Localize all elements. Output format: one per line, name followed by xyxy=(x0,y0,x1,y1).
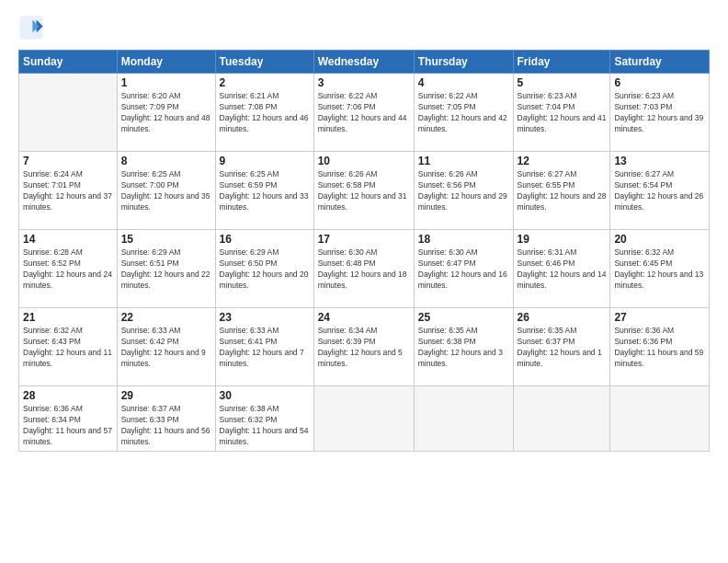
day-number: 21 xyxy=(23,311,113,324)
calendar-cell: 6Sunrise: 6:23 AMSunset: 7:03 PMDaylight… xyxy=(610,74,710,152)
calendar-week-3: 14Sunrise: 6:28 AMSunset: 6:52 PMDayligh… xyxy=(19,230,710,308)
day-info: Sunrise: 6:30 AMSunset: 6:48 PMDaylight:… xyxy=(318,247,410,292)
day-info: Sunrise: 6:22 AMSunset: 7:06 PMDaylight:… xyxy=(318,91,410,135)
day-number: 6 xyxy=(614,76,705,89)
weekday-friday: Friday xyxy=(513,51,610,74)
calendar-cell: 21Sunrise: 6:32 AMSunset: 6:43 PMDayligh… xyxy=(19,308,118,386)
calendar-cell xyxy=(414,386,513,452)
day-info: Sunrise: 6:27 AMSunset: 6:55 PMDaylight:… xyxy=(518,169,607,213)
calendar-cell xyxy=(610,386,710,452)
day-info: Sunrise: 6:33 AMSunset: 6:41 PMDaylight:… xyxy=(220,326,310,370)
header xyxy=(18,15,710,40)
day-number: 16 xyxy=(220,233,310,246)
calendar-cell: 10Sunrise: 6:26 AMSunset: 6:58 PMDayligh… xyxy=(313,152,414,230)
day-number: 3 xyxy=(318,76,410,89)
day-number: 2 xyxy=(220,76,310,89)
calendar-cell: 30Sunrise: 6:38 AMSunset: 6:32 PMDayligh… xyxy=(215,386,313,452)
day-number: 30 xyxy=(220,389,310,402)
calendar-cell: 14Sunrise: 6:28 AMSunset: 6:52 PMDayligh… xyxy=(19,230,118,308)
calendar-body: 1Sunrise: 6:20 AMSunset: 7:09 PMDaylight… xyxy=(19,74,710,452)
calendar-cell: 28Sunrise: 6:36 AMSunset: 6:34 PMDayligh… xyxy=(19,386,118,452)
day-number: 12 xyxy=(518,155,607,167)
day-info: Sunrise: 6:32 AMSunset: 6:43 PMDaylight:… xyxy=(23,326,113,370)
calendar-cell: 2Sunrise: 6:21 AMSunset: 7:08 PMDaylight… xyxy=(215,74,313,152)
day-info: Sunrise: 6:32 AMSunset: 6:45 PMDaylight:… xyxy=(614,247,705,292)
day-number: 23 xyxy=(220,311,310,324)
day-info: Sunrise: 6:24 AMSunset: 7:01 PMDaylight:… xyxy=(23,169,113,213)
calendar-cell: 12Sunrise: 6:27 AMSunset: 6:55 PMDayligh… xyxy=(513,152,610,230)
calendar-cell: 29Sunrise: 6:37 AMSunset: 6:33 PMDayligh… xyxy=(117,386,215,452)
calendar-cell: 17Sunrise: 6:30 AMSunset: 6:48 PMDayligh… xyxy=(313,230,414,308)
day-info: Sunrise: 6:28 AMSunset: 6:52 PMDaylight:… xyxy=(23,247,113,292)
calendar-cell xyxy=(313,386,414,452)
day-info: Sunrise: 6:37 AMSunset: 6:33 PMDaylight:… xyxy=(121,404,211,448)
day-info: Sunrise: 6:26 AMSunset: 6:56 PMDaylight:… xyxy=(418,169,509,213)
calendar-cell xyxy=(19,74,118,152)
day-info: Sunrise: 6:29 AMSunset: 6:50 PMDaylight:… xyxy=(220,247,310,292)
day-info: Sunrise: 6:23 AMSunset: 7:03 PMDaylight:… xyxy=(614,91,705,135)
calendar-cell: 22Sunrise: 6:33 AMSunset: 6:42 PMDayligh… xyxy=(117,308,215,386)
day-info: Sunrise: 6:34 AMSunset: 6:39 PMDaylight:… xyxy=(318,326,410,370)
day-info: Sunrise: 6:27 AMSunset: 6:54 PMDaylight:… xyxy=(614,169,705,213)
calendar-cell: 20Sunrise: 6:32 AMSunset: 6:45 PMDayligh… xyxy=(610,230,710,308)
day-info: Sunrise: 6:23 AMSunset: 7:04 PMDaylight:… xyxy=(518,91,607,135)
day-info: Sunrise: 6:29 AMSunset: 6:51 PMDaylight:… xyxy=(121,247,211,292)
calendar-cell: 23Sunrise: 6:33 AMSunset: 6:41 PMDayligh… xyxy=(215,308,313,386)
day-number: 9 xyxy=(220,155,310,167)
day-number: 18 xyxy=(418,233,509,246)
weekday-header-row: SundayMondayTuesdayWednesdayThursdayFrid… xyxy=(19,51,710,74)
calendar-table: SundayMondayTuesdayWednesdayThursdayFrid… xyxy=(18,50,710,452)
day-number: 5 xyxy=(518,76,607,89)
day-info: Sunrise: 6:26 AMSunset: 6:58 PMDaylight:… xyxy=(318,169,410,213)
day-info: Sunrise: 6:36 AMSunset: 6:34 PMDaylight:… xyxy=(23,404,113,448)
calendar-week-4: 21Sunrise: 6:32 AMSunset: 6:43 PMDayligh… xyxy=(19,308,710,386)
day-number: 20 xyxy=(614,233,705,246)
day-info: Sunrise: 6:31 AMSunset: 6:46 PMDaylight:… xyxy=(518,247,607,292)
calendar-week-2: 7Sunrise: 6:24 AMSunset: 7:01 PMDaylight… xyxy=(19,152,710,230)
calendar-cell: 8Sunrise: 6:25 AMSunset: 7:00 PMDaylight… xyxy=(117,152,215,230)
calendar-cell xyxy=(513,386,610,452)
day-number: 11 xyxy=(418,155,509,167)
day-info: Sunrise: 6:22 AMSunset: 7:05 PMDaylight:… xyxy=(418,91,509,135)
calendar-cell: 9Sunrise: 6:25 AMSunset: 6:59 PMDaylight… xyxy=(215,152,313,230)
day-number: 24 xyxy=(318,311,410,324)
logo xyxy=(18,15,48,40)
weekday-saturday: Saturday xyxy=(610,51,710,74)
day-number: 17 xyxy=(318,233,410,246)
day-info: Sunrise: 6:30 AMSunset: 6:47 PMDaylight:… xyxy=(418,247,509,292)
calendar-cell: 26Sunrise: 6:35 AMSunset: 6:37 PMDayligh… xyxy=(513,308,610,386)
day-number: 22 xyxy=(121,311,211,324)
calendar-week-5: 28Sunrise: 6:36 AMSunset: 6:34 PMDayligh… xyxy=(19,386,710,452)
calendar-cell: 18Sunrise: 6:30 AMSunset: 6:47 PMDayligh… xyxy=(414,230,513,308)
calendar-cell: 3Sunrise: 6:22 AMSunset: 7:06 PMDaylight… xyxy=(313,74,414,152)
calendar-cell: 27Sunrise: 6:36 AMSunset: 6:36 PMDayligh… xyxy=(610,308,710,386)
day-number: 26 xyxy=(518,311,607,324)
calendar-cell: 16Sunrise: 6:29 AMSunset: 6:50 PMDayligh… xyxy=(215,230,313,308)
day-info: Sunrise: 6:36 AMSunset: 6:36 PMDaylight:… xyxy=(614,326,705,370)
day-info: Sunrise: 6:20 AMSunset: 7:09 PMDaylight:… xyxy=(121,91,211,135)
day-number: 27 xyxy=(614,311,705,324)
weekday-tuesday: Tuesday xyxy=(215,51,313,74)
day-info: Sunrise: 6:33 AMSunset: 6:42 PMDaylight:… xyxy=(121,326,211,370)
day-number: 14 xyxy=(23,233,113,246)
calendar-cell: 13Sunrise: 6:27 AMSunset: 6:54 PMDayligh… xyxy=(610,152,710,230)
day-info: Sunrise: 6:25 AMSunset: 7:00 PMDaylight:… xyxy=(121,169,211,213)
calendar-cell: 15Sunrise: 6:29 AMSunset: 6:51 PMDayligh… xyxy=(117,230,215,308)
calendar-week-1: 1Sunrise: 6:20 AMSunset: 7:09 PMDaylight… xyxy=(19,74,710,152)
day-info: Sunrise: 6:25 AMSunset: 6:59 PMDaylight:… xyxy=(220,169,310,213)
calendar-cell: 1Sunrise: 6:20 AMSunset: 7:09 PMDaylight… xyxy=(117,74,215,152)
day-number: 4 xyxy=(418,76,509,89)
day-number: 7 xyxy=(23,155,113,167)
day-number: 25 xyxy=(418,311,509,324)
weekday-thursday: Thursday xyxy=(414,51,513,74)
day-info: Sunrise: 6:21 AMSunset: 7:08 PMDaylight:… xyxy=(220,91,310,135)
calendar-cell: 11Sunrise: 6:26 AMSunset: 6:56 PMDayligh… xyxy=(414,152,513,230)
day-number: 13 xyxy=(614,155,705,167)
day-info: Sunrise: 6:38 AMSunset: 6:32 PMDaylight:… xyxy=(220,404,310,448)
day-number: 29 xyxy=(121,389,211,402)
logo-icon xyxy=(18,15,44,40)
calendar-cell: 4Sunrise: 6:22 AMSunset: 7:05 PMDaylight… xyxy=(414,74,513,152)
weekday-sunday: Sunday xyxy=(19,51,118,74)
calendar-cell: 25Sunrise: 6:35 AMSunset: 6:38 PMDayligh… xyxy=(414,308,513,386)
day-number: 1 xyxy=(121,76,211,89)
